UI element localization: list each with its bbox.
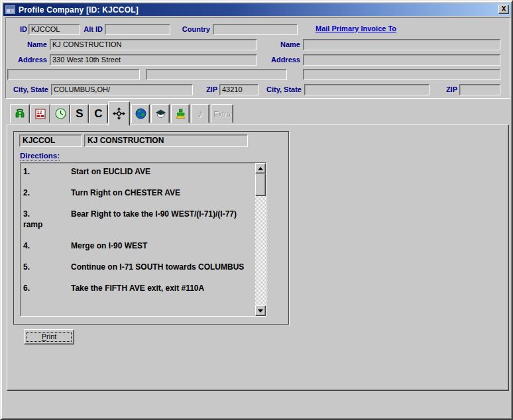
invoice-city-state-label: City, State [262, 84, 302, 95]
direction-step: 1.Start on EUCLID AVE [23, 166, 254, 177]
scrollbar-track[interactable] [255, 163, 266, 316]
tab-extra: Extra [211, 104, 233, 123]
tab-network[interactable] [171, 104, 190, 123]
clock-icon [55, 108, 66, 119]
invoice-zip-label: ZIP [441, 84, 457, 95]
letter-c-icon: C [94, 108, 102, 119]
invoice-city-state-field[interactable] [304, 84, 429, 95]
directions-panel: KJCCOL KJ CONSTRUCTION Directions: 1.Sta… [13, 131, 289, 325]
directions-listbox[interactable]: 1.Start on EUCLID AVE 2.Turn Right on CH… [20, 162, 266, 317]
address-line2-field[interactable] [7, 69, 140, 80]
tab-extra-label: Extra [213, 110, 231, 118]
mail-primary-invoice-link[interactable]: Mail Primary Invoice To [315, 25, 396, 32]
tab-clock[interactable] [50, 104, 70, 123]
calendar-icon: 12 [35, 109, 46, 119]
company-id-field[interactable]: KJCCOL [19, 134, 82, 147]
directions-tab-page: KJCCOL KJ CONSTRUCTION Directions: 1.Sta… [7, 125, 509, 391]
arrow-down-icon [258, 309, 263, 313]
app-icon [5, 5, 15, 14]
move-crosshair-icon [113, 107, 125, 120]
direction-step: 5.Continue on I-71 SOUTH towards COLUMBU… [23, 262, 254, 272]
print-button[interactable]: Print [24, 329, 74, 344]
id-label: ID [9, 24, 27, 35]
tab-music: ♪ [191, 104, 209, 123]
address-line3-field[interactable] [146, 69, 287, 80]
company-header-panel: ID KJCCOL Alt ID Country Mail Primary In… [5, 17, 510, 99]
id-field[interactable]: KJCCOL [28, 24, 80, 35]
address-label: Address [7, 54, 47, 66]
tab-phone[interactable] [10, 104, 30, 123]
direction-step: 4.Merge on I-90 WEST [23, 240, 254, 251]
alt-id-field[interactable] [105, 24, 170, 35]
name-field[interactable]: KJ CONSTRUCTION [50, 39, 257, 50]
scrollbar-up-button[interactable] [255, 163, 266, 174]
directions-text: 1.Start on EUCLID AVE 2.Turn Right on CH… [21, 163, 255, 316]
tab-c[interactable]: C [89, 104, 108, 123]
graduation-cap-icon [155, 109, 166, 119]
tab-s[interactable]: S [70, 104, 89, 123]
close-button[interactable]: X [498, 5, 509, 14]
titlebar[interactable]: Profile Company [ID: KJCCOL] X [3, 3, 511, 16]
network-tree-icon [175, 109, 186, 119]
tab-globe[interactable] [131, 104, 150, 123]
tab-graduation[interactable] [151, 104, 170, 123]
window-title: Profile Company [ID: KJCCOL] [19, 5, 139, 15]
telephone-icon [14, 109, 26, 119]
invoice-name-label: Name [270, 39, 300, 50]
city-state-label: City, State [6, 84, 48, 95]
invoice-address-field[interactable] [303, 54, 500, 66]
tab-directions[interactable] [108, 101, 130, 126]
alt-id-label: Alt ID [79, 24, 103, 35]
zip-field[interactable]: 43210 [219, 84, 258, 95]
city-state-field[interactable]: COLUMBUS,OH/ [51, 84, 193, 95]
country-label: Country [180, 24, 210, 35]
arrow-up-icon [258, 167, 263, 170]
name-label: Name [15, 39, 47, 50]
invoice-address-line2-field[interactable] [303, 69, 500, 80]
zip-label: ZIP [201, 84, 217, 95]
music-note-icon: ♪ [198, 108, 203, 119]
letter-s-icon: S [76, 108, 83, 119]
print-button-focus-ring: Print [27, 332, 72, 342]
invoice-address-label: Address [264, 54, 300, 66]
print-button-label: Print [42, 333, 57, 341]
scrollbar-down-button[interactable] [255, 305, 266, 316]
direction-step: 2.Turn Right on CHESTER AVE [23, 187, 254, 198]
invoice-zip-field[interactable] [459, 84, 500, 95]
tab-calendar[interactable]: 12 [30, 104, 50, 123]
direction-step: 3.Bear Right to take the I-90 WEST/(I-71… [23, 209, 254, 230]
profile-company-window: Profile Company [ID: KJCCOL] X ID KJCCOL… [0, 0, 513, 420]
company-name-field[interactable]: KJ CONSTRUCTION [84, 134, 248, 147]
close-icon: X [502, 6, 506, 13]
address-field[interactable]: 330 West 10th Street [50, 54, 257, 66]
invoice-name-field[interactable] [303, 39, 500, 50]
globe-icon [135, 108, 146, 119]
svg-text:12: 12 [37, 110, 42, 115]
directions-label: Directions: [20, 152, 60, 161]
direction-step: 6.Take the FIFTH AVE exit, exit #110A [23, 283, 254, 293]
scrollbar-thumb[interactable] [255, 174, 266, 196]
country-field[interactable] [213, 24, 298, 35]
